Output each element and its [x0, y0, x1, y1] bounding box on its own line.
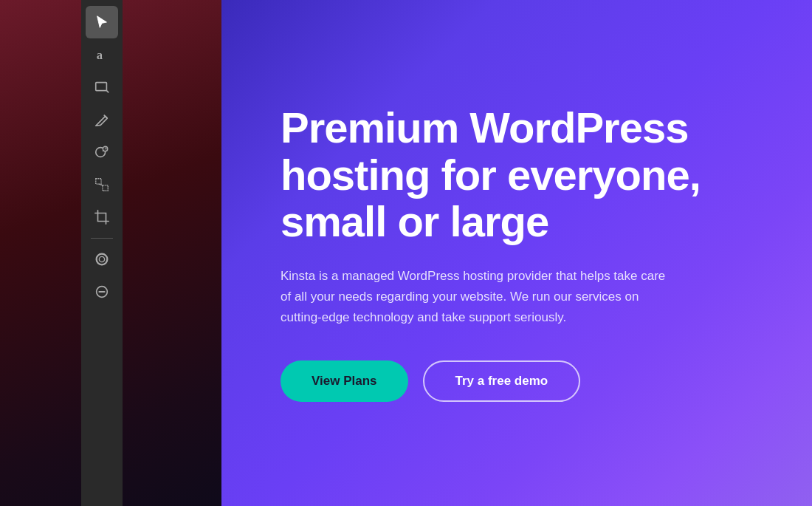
svg-line-2 [106, 91, 109, 93]
transform-tool[interactable] [86, 168, 118, 201]
circle-tool[interactable] [86, 243, 118, 276]
sub-description: Kinsta is a managed WordPress hosting pr… [281, 266, 679, 328]
svg-rect-1 [96, 83, 107, 91]
toolbar-divider [91, 238, 113, 239]
crop-tool[interactable] [86, 201, 118, 233]
svg-rect-8 [103, 185, 108, 191]
svg-point-11 [97, 254, 108, 265]
pencil-tool[interactable] [86, 103, 118, 136]
free-demo-button[interactable]: Try a free demo [423, 360, 581, 402]
edit-tool[interactable] [86, 276, 118, 308]
left-background: a ✕ [0, 0, 221, 506]
toolbar: a ✕ [81, 0, 123, 506]
svg-rect-10 [98, 213, 106, 222]
text-tool[interactable]: a [86, 38, 118, 71]
svg-text:a: a [97, 48, 103, 62]
main-content-area: Premium WordPress hosting for everyone, … [221, 0, 812, 506]
rectangle-tool[interactable] [86, 71, 118, 103]
svg-text:✕: ✕ [104, 146, 108, 151]
cursor-tool[interactable] [86, 6, 118, 38]
svg-rect-7 [96, 179, 101, 184]
eraser-tool[interactable]: ✕ [86, 136, 118, 168]
svg-point-12 [99, 256, 104, 261]
cta-button-group: View Plans Try a free demo [281, 360, 753, 402]
main-headline: Premium WordPress hosting for everyone, … [281, 104, 753, 245]
view-plans-button[interactable]: View Plans [281, 360, 408, 402]
content-block: Premium WordPress hosting for everyone, … [281, 104, 753, 403]
